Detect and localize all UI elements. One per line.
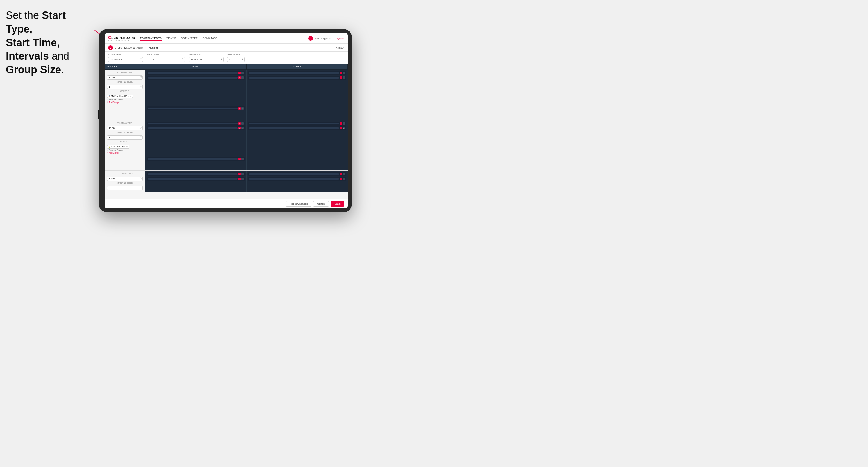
edit-player-btn[interactable]: ⋯ bbox=[343, 178, 345, 180]
settings-bar: Start Type 1st Tee Start Shotgun Start S… bbox=[105, 52, 348, 64]
player-remove: × ⋯ bbox=[340, 122, 345, 125]
start-type-select[interactable]: 1st Tee Start Shotgun Start bbox=[108, 57, 143, 62]
remove-player-btn[interactable]: × bbox=[239, 107, 241, 110]
player-row: × ⋯ bbox=[147, 75, 245, 80]
user-avatar: B bbox=[308, 36, 313, 41]
group-solo-row-2: × ⋯ bbox=[105, 156, 348, 171]
starting-hole-wrap-1 bbox=[107, 84, 143, 89]
intervals-select[interactable]: 10 Minutes 8 Minutes 12 Minutes bbox=[189, 57, 224, 62]
edit-player-btn[interactable]: ⋯ bbox=[343, 72, 345, 74]
intervals-label: Intervals bbox=[189, 54, 224, 56]
intervals-select-wrap: 10 Minutes 8 Minutes 12 Minutes bbox=[189, 56, 224, 62]
remove-player-btn[interactable]: × bbox=[340, 127, 342, 129]
starting-time-input-2[interactable] bbox=[107, 126, 143, 130]
course-remove-x-1[interactable]: ✕ bbox=[130, 95, 131, 97]
starting-time-input-1[interactable] bbox=[107, 75, 143, 80]
player-remove: × ⋯ bbox=[340, 76, 345, 79]
course-label-2: COURSE: bbox=[107, 141, 143, 143]
save-button[interactable]: Save bbox=[331, 201, 344, 207]
starting-time-label-1: STARTING TIME: bbox=[107, 71, 143, 73]
starting-hole-input-3[interactable] bbox=[107, 186, 143, 190]
edit-player-btn[interactable]: ⋯ bbox=[343, 122, 345, 125]
course-tag-2: ⛳ East Lake GC × ✕ bbox=[107, 143, 143, 149]
starting-hole-wrap-3 bbox=[107, 185, 143, 190]
remove-player-btn[interactable]: × bbox=[239, 76, 241, 79]
remove-player-btn[interactable]: × bbox=[239, 127, 241, 129]
add-group-icon-1: + bbox=[107, 101, 108, 103]
remove-player-btn[interactable]: × bbox=[239, 158, 241, 160]
reset-changes-button[interactable]: Reset Changes bbox=[286, 201, 311, 207]
course-tag-1: 🏌 (A) Peachtree GC × ✕ bbox=[107, 93, 143, 98]
player-remove: × ⋯ bbox=[239, 107, 244, 110]
starting-time-input-3[interactable] bbox=[107, 177, 143, 181]
cancel-button[interactable]: Cancel bbox=[313, 201, 329, 207]
group-row-2: STARTING TIME: STARTING HOLE: COURSE: ⛳ … bbox=[105, 120, 348, 156]
starting-hole-input-2[interactable] bbox=[107, 135, 143, 139]
remove-player-btn[interactable]: × bbox=[340, 122, 342, 125]
remove-group-label-1: Remove Group bbox=[109, 99, 122, 101]
edit-player-btn[interactable]: ⋯ bbox=[343, 127, 345, 129]
nav-tab-tournaments[interactable]: TOURNAMENTS bbox=[140, 36, 162, 41]
starting-hole-wrap-2 bbox=[107, 134, 143, 139]
edit-player-btn[interactable]: ⋯ bbox=[241, 158, 244, 160]
course-remove-x-2[interactable]: ✕ bbox=[126, 146, 128, 148]
player-row: × ⋯ bbox=[147, 122, 245, 126]
player-name-bar bbox=[148, 107, 238, 109]
start-time-input[interactable] bbox=[147, 57, 185, 62]
player-name-bar bbox=[249, 173, 339, 175]
edit-player-btn[interactable]: ⋯ bbox=[241, 107, 244, 110]
add-group-2[interactable]: + Add Group bbox=[107, 152, 143, 154]
edit-player-btn[interactable]: ⋯ bbox=[241, 127, 244, 129]
edit-player-btn[interactable]: ⋯ bbox=[241, 122, 244, 125]
remove-player-btn[interactable]: × bbox=[340, 72, 342, 74]
back-button[interactable]: Back bbox=[336, 46, 344, 49]
course-icon-1: 🏌 bbox=[108, 95, 111, 97]
nav-tab-teams[interactable]: TEAMS bbox=[166, 36, 176, 41]
player-remove: × ⋯ bbox=[239, 76, 244, 79]
player-remove: × ⋯ bbox=[239, 158, 244, 160]
player-row: × ⋯ bbox=[248, 71, 346, 75]
group-size-select[interactable]: 3 2 4 bbox=[227, 57, 245, 62]
edit-player-btn[interactable]: ⋯ bbox=[241, 173, 244, 175]
group-size-label: Group Size bbox=[227, 54, 245, 56]
remove-player-btn[interactable]: × bbox=[340, 178, 342, 180]
sign-out-link[interactable]: Sign out bbox=[336, 37, 344, 39]
edit-player-btn[interactable]: ⋯ bbox=[241, 178, 244, 180]
player-name-bar bbox=[148, 178, 238, 180]
player-row: × ⋯ bbox=[147, 71, 245, 75]
player-row: × ⋯ bbox=[248, 75, 346, 80]
starting-hole-input-1[interactable] bbox=[107, 85, 143, 89]
add-group-1[interactable]: + Add Group bbox=[107, 101, 143, 103]
player-row: × ⋯ bbox=[147, 172, 245, 176]
group-left-2: STARTING TIME: STARTING HOLE: COURSE: ⛳ … bbox=[105, 120, 145, 156]
team2-cell-1: × ⋯ × ⋯ bbox=[247, 70, 348, 105]
group-solo-right-1: × ⋯ bbox=[145, 105, 348, 120]
remove-player-btn[interactable]: × bbox=[239, 173, 241, 175]
remove-group-1[interactable]: ○ Remove Group bbox=[107, 99, 143, 101]
th-team2: Team 2 bbox=[247, 64, 348, 69]
instruction-text: Set the Start Type, Start Time, Interval… bbox=[6, 9, 93, 77]
player-row: × ⋯ bbox=[248, 172, 346, 176]
edit-player-btn[interactable]: ⋯ bbox=[343, 76, 345, 79]
starting-hole-label-3: STARTING HOLE: bbox=[107, 182, 143, 184]
remove-player-btn[interactable]: × bbox=[239, 122, 241, 125]
edit-player-btn[interactable]: ⋯ bbox=[343, 173, 345, 175]
nav-tab-committee[interactable]: COMMITTEE bbox=[181, 36, 198, 41]
remove-player-btn[interactable]: × bbox=[340, 173, 342, 175]
breadcrumb-section: Hosting bbox=[149, 46, 158, 49]
starting-time-wrap-3 bbox=[107, 175, 143, 181]
remove-player-btn[interactable]: × bbox=[239, 72, 241, 74]
nav-tab-rankings[interactable]: RANKINGS bbox=[203, 36, 217, 41]
remove-player-btn[interactable]: × bbox=[340, 76, 342, 79]
course-remove-1[interactable]: × bbox=[128, 95, 129, 97]
remove-group-2[interactable]: ○ Remove Group bbox=[107, 149, 143, 151]
edit-player-btn[interactable]: ⋯ bbox=[241, 76, 244, 79]
edit-player-btn[interactable]: ⋯ bbox=[241, 72, 244, 74]
player-row: × ⋯ bbox=[147, 106, 245, 111]
starting-hole-label-1: STARTING HOLE: bbox=[107, 81, 143, 83]
add-group-label-2: Add Group bbox=[109, 152, 119, 154]
remove-player-btn[interactable]: × bbox=[239, 178, 241, 180]
instruction-line3-normal: and bbox=[49, 50, 69, 62]
instruction-line2-bold: Start Time, bbox=[6, 37, 60, 49]
course-remove-2[interactable]: × bbox=[124, 146, 126, 148]
